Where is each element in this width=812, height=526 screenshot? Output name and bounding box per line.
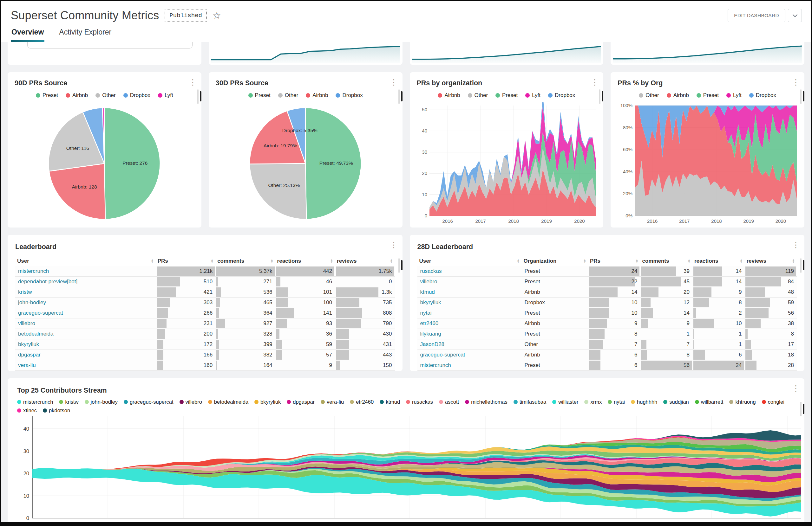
user-link[interactable]: mistercrunch bbox=[18, 268, 49, 274]
legend-item[interactable]: Other bbox=[468, 92, 488, 99]
legend-item[interactable]: xrmx bbox=[584, 399, 602, 405]
legend-item[interactable]: Preset bbox=[495, 92, 518, 99]
sort-icon[interactable] bbox=[211, 259, 214, 263]
user-link[interactable]: dependabot-preview[bot] bbox=[18, 279, 77, 285]
legend-item[interactable]: vera-liu bbox=[321, 399, 344, 405]
streamgraph-chart[interactable]: 010203040 bbox=[17, 416, 795, 523]
legend-item[interactable]: Dropbox bbox=[548, 92, 575, 99]
sort-icon[interactable] bbox=[740, 259, 743, 263]
user-link[interactable]: vera-liu bbox=[18, 362, 36, 369]
tab-overview[interactable]: Overview bbox=[11, 25, 44, 42]
sort-icon[interactable] bbox=[688, 259, 691, 263]
column-header[interactable]: User bbox=[417, 256, 522, 266]
column-header[interactable]: PRs bbox=[588, 256, 640, 266]
trendline-chart[interactable] bbox=[412, 44, 601, 63]
legend-item[interactable]: rusackas bbox=[406, 399, 433, 405]
legend-item[interactable]: nytai bbox=[608, 399, 625, 405]
user-link[interactable]: graceguo-supercat bbox=[420, 352, 465, 358]
legend-item[interactable]: Other bbox=[96, 92, 116, 99]
legend-item[interactable]: ascott bbox=[439, 399, 459, 405]
column-header[interactable]: reviews bbox=[335, 256, 395, 266]
legend-item[interactable]: Preset bbox=[248, 92, 271, 99]
user-link[interactable]: villebro bbox=[18, 320, 35, 327]
resize-handle[interactable] bbox=[197, 89, 201, 104]
more-options-icon[interactable] bbox=[792, 240, 800, 250]
sort-icon[interactable] bbox=[583, 259, 586, 263]
legend-item[interactable]: Lyft bbox=[726, 92, 742, 99]
legend-item[interactable]: bkyryliuk bbox=[255, 399, 281, 405]
sort-icon[interactable] bbox=[517, 259, 520, 263]
stacked-area-chart[interactable]: 2016201720182019202001020304050 bbox=[417, 102, 597, 225]
user-link[interactable]: betodealmeida bbox=[18, 331, 54, 337]
pct-area-chart[interactable]: 201620172018201920200%20%40%60%80%100% bbox=[618, 102, 797, 225]
legend-item[interactable]: john-bodley bbox=[85, 399, 118, 405]
more-options-icon[interactable] bbox=[591, 77, 599, 87]
resize-handle[interactable] bbox=[599, 89, 603, 104]
legend-item[interactable]: Other bbox=[278, 92, 299, 99]
legend-item[interactable]: willbarrett bbox=[695, 399, 724, 405]
sort-icon[interactable] bbox=[390, 259, 393, 263]
legend-item[interactable]: Other bbox=[639, 92, 659, 99]
legend-item[interactable]: hughhhh bbox=[631, 399, 657, 405]
legend-item[interactable]: Airbnb bbox=[306, 92, 328, 99]
legend-item[interactable]: timifasubaa bbox=[513, 399, 546, 405]
more-options-icon[interactable] bbox=[792, 384, 800, 393]
more-options-icon[interactable] bbox=[792, 77, 800, 87]
legend-item[interactable]: Dropbox bbox=[336, 92, 363, 99]
column-header[interactable]: PRs bbox=[156, 256, 215, 266]
legend-item[interactable]: pkdotson bbox=[43, 407, 70, 414]
legend-item[interactable]: graceguo-supercat bbox=[124, 399, 174, 405]
trendline-chart[interactable] bbox=[211, 44, 400, 63]
resize-handle[interactable] bbox=[800, 258, 804, 273]
user-link[interactable]: graceguo-supercat bbox=[18, 310, 63, 316]
user-link[interactable]: etr2460 bbox=[420, 320, 439, 327]
resize-handle[interactable] bbox=[398, 89, 403, 104]
legend-item[interactable]: villebro bbox=[179, 399, 202, 405]
user-link[interactable]: JasonD28 bbox=[420, 341, 445, 348]
user-link[interactable]: rusackas bbox=[420, 268, 442, 274]
legend-item[interactable]: suddjian bbox=[663, 399, 688, 405]
column-header[interactable]: Organization bbox=[522, 256, 588, 266]
legend-item[interactable]: Lyft bbox=[158, 92, 173, 99]
legend-item[interactable]: khtruong bbox=[729, 399, 756, 405]
legend-item[interactable]: Dropbox bbox=[124, 92, 150, 99]
legend-item[interactable]: mistercrunch bbox=[17, 399, 53, 405]
column-header[interactable]: reactions bbox=[275, 256, 335, 266]
more-options-icon[interactable] bbox=[390, 240, 398, 250]
more-options-icon[interactable] bbox=[390, 77, 398, 87]
more-options-icon[interactable] bbox=[189, 77, 197, 87]
legend-item[interactable]: Airbnb bbox=[438, 92, 460, 99]
sort-icon[interactable] bbox=[271, 259, 273, 263]
user-link[interactable]: ktmud bbox=[420, 289, 435, 295]
legend-item[interactable]: kristw bbox=[59, 399, 78, 405]
legend-item[interactable]: Airbnb bbox=[667, 92, 689, 99]
column-header[interactable]: reactions bbox=[693, 256, 745, 266]
sort-icon[interactable] bbox=[792, 259, 795, 263]
user-link[interactable]: bkyryliuk bbox=[18, 341, 39, 348]
user-link[interactable]: mistercrunch bbox=[420, 362, 451, 369]
legend-item[interactable]: ktmud bbox=[380, 399, 400, 405]
sort-icon[interactable] bbox=[330, 259, 333, 263]
user-link[interactable]: villebro bbox=[420, 279, 437, 285]
edit-dashboard-button[interactable]: EDIT DASHBOARD bbox=[728, 9, 785, 22]
tab-activity-explorer[interactable]: Activity Explorer bbox=[58, 25, 112, 42]
resize-handle[interactable] bbox=[800, 89, 804, 104]
legend-item[interactable]: xtinec bbox=[17, 407, 37, 414]
legend-item[interactable]: betodealmeida bbox=[208, 399, 248, 405]
favorite-star-icon[interactable] bbox=[213, 11, 221, 20]
filter-box[interactable] bbox=[27, 42, 192, 48]
legend-item[interactable]: michellethomas bbox=[465, 399, 508, 405]
legend-item[interactable]: Airbnb bbox=[66, 92, 88, 99]
user-link[interactable]: lilykuang bbox=[420, 331, 441, 337]
user-link[interactable]: kristw bbox=[18, 289, 32, 295]
trendline-chart[interactable] bbox=[613, 44, 802, 63]
resize-handle[interactable] bbox=[800, 402, 804, 416]
pie-chart-90d[interactable]: Preset: 276Airbnb: 128Other: 116 bbox=[15, 104, 194, 223]
column-header[interactable]: reviews bbox=[744, 256, 797, 266]
legend-item[interactable]: etr2460 bbox=[350, 399, 374, 405]
column-header[interactable]: User bbox=[15, 256, 156, 266]
pie-chart-30d[interactable]: Preset: 49.73%Other: 25.13%Airbnb: 19.79… bbox=[216, 104, 395, 223]
legend-item[interactable]: conglei bbox=[762, 399, 784, 405]
user-link[interactable]: bkyryliuk bbox=[420, 299, 441, 306]
column-header[interactable]: comments bbox=[640, 256, 693, 266]
